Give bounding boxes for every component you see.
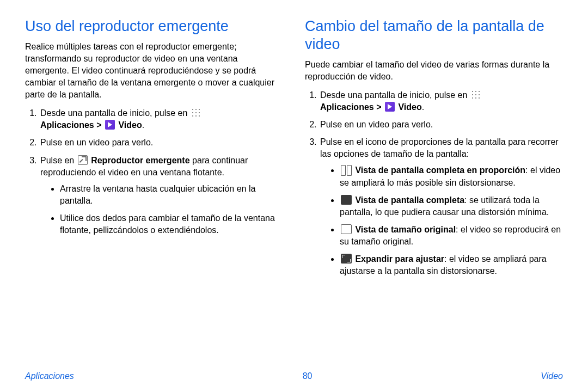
r-step1-post: . [422, 102, 424, 112]
original-size-icon [341, 224, 352, 234]
right-step-2: Pulse en un video para verlo. [319, 119, 563, 131]
r-step1-apps-label: Aplicaciones > [320, 102, 384, 112]
left-step-3: Pulse en Reproductor emergente para cont… [39, 155, 283, 236]
left-bullet-1: Arrastre la ventana hasta cualquier ubic… [60, 183, 283, 207]
b1-bold: Vista de pantalla completa en proporción [353, 166, 525, 175]
right-bullet-2: Vista de pantalla completa: se utilizará… [340, 194, 563, 218]
video-icon [105, 120, 115, 130]
r-step1-video-label: Video [396, 102, 422, 112]
left-column: Uso del reproductor emergente Realice mú… [25, 17, 283, 359]
right-intro: Puede cambiar el tamaño del video de var… [305, 59, 563, 83]
left-intro: Realice múltiples tareas con el reproduc… [25, 41, 283, 101]
right-column: Cambio del tamaño de la pantalla de vide… [305, 17, 563, 359]
left-step-2: Pulse en un video para verlo. [39, 137, 283, 149]
page-content: Uso del reproductor emergente Realice mú… [0, 0, 588, 359]
left-steps: Desde una pantalla de inicio, pulse en A… [25, 107, 283, 236]
left-bullets: Arrastre la ventana hasta cualquier ubic… [40, 183, 283, 236]
apps-grid-icon [471, 90, 481, 100]
right-heading: Cambio del tamaño de la pantalla de vide… [305, 17, 563, 53]
step3-pre: Pulse en [40, 156, 77, 165]
left-heading: Uso del reproductor emergente [25, 17, 283, 35]
right-step-1: Desde una pantalla de inicio, pulse en A… [319, 89, 563, 113]
r-step1-pre: Desde una pantalla de inicio, pulse en [320, 90, 470, 100]
footer-left: Aplicaciones [25, 371, 74, 381]
footer-page: 80 [303, 371, 313, 381]
right-bullet-4: Expandir para ajustar: el video se ampli… [340, 253, 563, 277]
step1-post: . [142, 120, 144, 130]
b2-bold: Vista de pantalla completa [353, 195, 464, 205]
left-bullet-2: Utilice dos dedos para cambiar el tamaño… [60, 212, 283, 236]
popup-player-icon [78, 155, 88, 165]
step3-bold: Reproductor emergente [89, 156, 190, 165]
right-bullet-1: Vista de pantalla completa en proporción… [340, 164, 563, 188]
footer-right: Video [541, 371, 563, 381]
left-step-1: Desde una pantalla de inicio, pulse en A… [39, 107, 283, 131]
expand-fit-icon [341, 254, 352, 264]
step1-pre: Desde una pantalla de inicio, pulse en [40, 108, 190, 118]
step1-video-label: Video [116, 120, 142, 130]
fullscreen-ratio-icon [341, 165, 352, 175]
video-icon [385, 102, 395, 112]
right-steps: Desde una pantalla de inicio, pulse en A… [305, 89, 563, 277]
step1-apps-label: Aplicaciones > [40, 120, 104, 130]
fullscreen-icon [341, 195, 352, 205]
page-footer: Aplicaciones 80 Video [0, 371, 588, 381]
right-bullet-3: Vista de tamaño original: el video se re… [340, 224, 563, 248]
right-bullets: Vista de pantalla completa en proporción… [320, 164, 563, 277]
b3-bold: Vista de tamaño original [353, 225, 456, 234]
r-step3-text: Pulse en el icono de proporciones de la … [320, 137, 559, 158]
apps-grid-icon [191, 108, 201, 118]
right-step-3: Pulse en el icono de proporciones de la … [319, 136, 563, 277]
b4-bold: Expandir para ajustar [353, 254, 444, 264]
